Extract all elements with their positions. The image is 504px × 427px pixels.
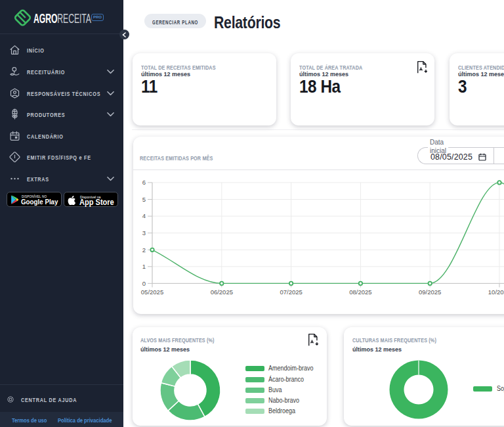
svg-text:05/2025: 05/2025 (141, 288, 163, 296)
svg-text:2: 2 (142, 246, 146, 254)
svg-text:3: 3 (142, 229, 146, 236)
svg-text:07/2025: 07/2025 (280, 288, 302, 296)
svg-text:1: 1 (142, 263, 146, 270)
svg-text:6: 6 (142, 179, 146, 186)
svg-text:0: 0 (142, 280, 146, 287)
svg-text:4: 4 (142, 212, 146, 219)
svg-text:08/2025: 08/2025 (349, 288, 371, 296)
svg-text:09/2025: 09/2025 (419, 288, 441, 296)
svg-text:10/2025: 10/2025 (488, 288, 504, 296)
svg-text:5: 5 (142, 196, 146, 203)
svg-text:06/2025: 06/2025 (211, 288, 233, 296)
